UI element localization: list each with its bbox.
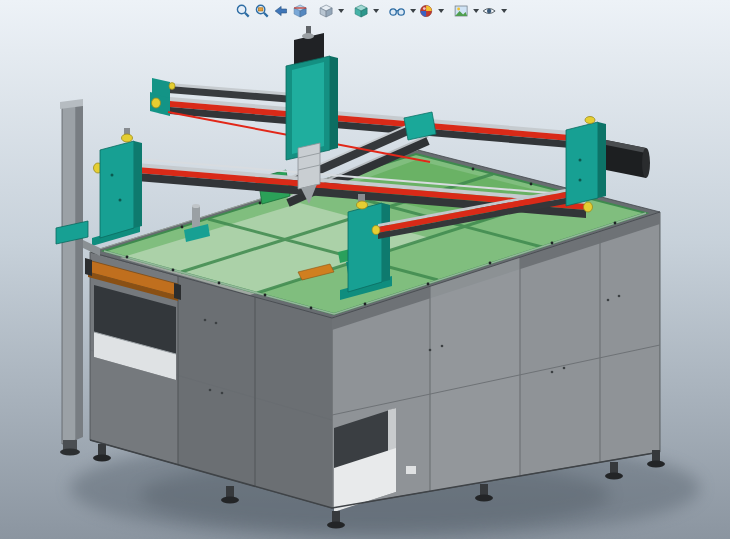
magnifier-icon [235,3,251,19]
hide-show-items-button[interactable] [387,2,407,20]
eye-icon [481,3,497,19]
apply-scene-dropdown-arrow[interactable] [473,9,479,13]
display-style-dropdown-arrow[interactable] [373,9,379,13]
eyeglasses-icon [388,3,406,19]
heads-up-view-toolbar [230,1,511,21]
label-sticker [406,466,416,474]
edit-appearance-dropdown-arrow[interactable] [438,9,444,13]
right-gantry-tower [566,117,650,207]
graphics-area[interactable] [0,0,730,539]
view-settings-button[interactable] [480,2,498,20]
color-ball-icon [418,3,434,19]
cut-cube-icon [292,3,308,19]
cabinet-right-panel [430,257,520,491]
view-orientation-dropdown-arrow[interactable] [338,9,344,13]
view-cube-icon [318,3,334,19]
section-view-button[interactable] [291,2,309,20]
previous-view-button[interactable] [272,2,290,20]
z-carriage-plate [292,62,324,154]
view-orientation-button[interactable] [317,2,335,20]
display-style-button[interactable] [352,2,370,20]
zoom-to-area-button[interactable] [253,2,271,20]
edit-appearance-button[interactable] [417,2,435,20]
zoom-to-fit-button[interactable] [234,2,252,20]
hide-show-items-dropdown-arrow[interactable] [410,9,416,13]
magnifier-area-icon [254,3,270,19]
scene-picture-icon [453,3,469,19]
shaded-cube-icon [353,3,369,19]
view-settings-dropdown-arrow[interactable] [501,9,507,13]
left-gantry-tower [92,128,142,246]
apply-scene-button[interactable] [452,2,470,20]
bridge-rear-beam [152,78,300,100]
foot [93,444,111,462]
machine-model [0,0,730,539]
yellow-cap [152,98,161,108]
back-arrow-icon [273,3,289,19]
yellow-cap [122,134,133,142]
